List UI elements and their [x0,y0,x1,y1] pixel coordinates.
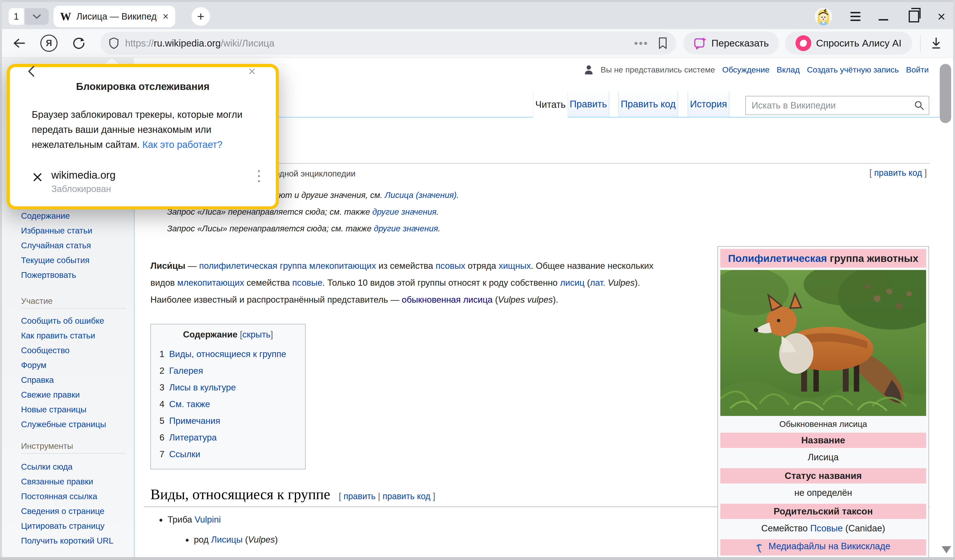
section-edit-links[interactable]: [ править | править код ] [339,491,435,501]
inline-link[interactable]: полифилетическая группа [199,261,307,271]
text-segment: ) [275,535,278,544]
personal-link-contribs[interactable]: Вклад [777,65,800,75]
browser-toolbar: Я https://ru.wikipedia.org/wiki/Лисица •… [0,29,955,58]
toc-link[interactable]: Примечания [169,416,220,426]
sidebar-link[interactable]: Новые страницы [21,402,126,417]
sidebar-link[interactable]: Постоянная ссылка [21,489,126,504]
sidebar-link[interactable]: Текущие события [21,253,100,268]
search-icon[interactable] [914,100,924,111]
inline-link[interactable]: псовые [292,278,322,288]
tab-edit-source[interactable]: Править код [618,91,678,117]
toc-item: 2Галерея [160,362,303,379]
inline-link[interactable]: другие значения [374,224,438,233]
browser-menu-button[interactable] [850,12,861,21]
fox-photo[interactable] [720,270,926,416]
toc-hide-toggle[interactable]: [скрыть] [240,330,273,339]
sidebar-link[interactable]: Избранные статьи [21,223,100,238]
address-bar[interactable]: https://ru.wikipedia.org/wiki/Лисица ••• [100,32,676,55]
inline-link[interactable]: Лисицы [211,535,243,544]
image-caption: Обыкновенная лисица [720,416,926,431]
personal-link-create-account[interactable]: Создать учётную запись [807,65,899,75]
sidebar-link[interactable]: Сообщество [21,343,126,358]
sidebar-link[interactable]: Случайная статья [21,238,100,253]
popup-back-button[interactable] [27,65,36,78]
inline-link[interactable]: Псовые [810,523,843,533]
popup-close-icon[interactable]: × [248,65,256,78]
popup-panel: Блокировка отслеживания × Браузер заблок… [7,64,279,209]
reload-button[interactable] [69,29,88,57]
url-scheme: https:// [125,38,154,48]
sidebar-link[interactable]: Ссылки сюда [21,459,126,474]
bookmark-flag-icon[interactable] [658,37,667,50]
inline-link[interactable]: хищных [498,261,531,271]
sidebar-link[interactable]: Сведения о странице [21,504,126,518]
toc-link[interactable]: Литература [169,433,217,442]
inline-link[interactable]: Как это работает? [142,139,222,150]
tab-close-icon[interactable]: × [163,11,169,22]
inline-link[interactable]: Полифилетическая [728,253,827,264]
wiki-search-input[interactable] [746,100,914,111]
sidebar-link[interactable]: Свежие правки [21,387,126,402]
protect-shield-icon[interactable] [109,37,119,49]
commons-link[interactable]: Медиафайлы на Викискладе [769,541,890,551]
text-segment: Лиси́цы [150,261,185,271]
inline-link[interactable]: псовых [435,261,465,271]
tab-list-dropdown-button[interactable] [25,8,49,25]
sidebar-link[interactable]: Содержание [21,209,100,223]
inline-link[interactable]: обыкновенная лисица [402,295,493,304]
tab-read[interactable]: Читать [533,91,568,118]
retell-ai-button[interactable]: Пересказать [683,32,779,55]
url-more-icon[interactable]: ••• [634,37,648,50]
text-segment: Vulpes [248,535,275,544]
tracker-menu-icon[interactable] [258,170,260,182]
toc-link[interactable]: См. также [169,399,210,409]
browser-tab[interactable]: W Лисица — Википедия × [53,6,175,27]
toc-link[interactable]: Ссылки [169,449,200,459]
tab-edit[interactable]: Править [567,91,609,117]
sidebar-link[interactable]: Пожертвовать [21,268,100,282]
restore-window-button[interactable] [909,11,919,22]
inline-link[interactable]: другие значения [373,207,437,216]
inline-link[interactable]: править [344,491,376,501]
inline-link[interactable]: править код [382,491,430,501]
sidebar-link[interactable]: Форум [21,358,126,373]
back-button[interactable] [9,29,29,57]
ask-alice-button[interactable]: Спросить Алису AI [785,32,912,55]
toc-link[interactable]: Виды, относящиеся к группе [169,349,286,359]
toc-link[interactable]: Лисы в культуре [169,382,236,392]
tab-history[interactable]: История [687,91,730,117]
close-window-button[interactable]: × [937,9,946,23]
inline-link[interactable]: Лисица (значения) [385,190,457,200]
url-text[interactable]: https://ru.wikipedia.org/wiki/Лисица [125,38,634,48]
inline-link[interactable]: Vulpini [194,515,221,524]
sidebar-link[interactable]: Сообщить об ошибке [21,314,126,328]
new-tab-button[interactable]: + [191,7,210,26]
sidebar-link[interactable]: Как править статьи [21,328,126,343]
window-frame-bottom [0,557,955,560]
wikipedia-favicon: W [60,10,71,23]
inline-link[interactable]: млекопитающих [309,261,376,271]
bullet-icon [160,519,162,522]
inline-link[interactable]: лат. [590,278,605,288]
sidebar-link[interactable]: Справка [21,373,126,387]
personal-link-login[interactable]: Войти [906,65,929,75]
scrollbar-thumb[interactable] [940,64,951,123]
sidebar-link[interactable]: Связанные правки [21,474,126,489]
sidebar-link[interactable]: Цитировать страницу [21,518,126,533]
inline-link[interactable]: скрыть [242,330,271,339]
minimize-button[interactable] [878,19,888,20]
tab-counter-button[interactable]: 1 [9,8,24,25]
toc-link[interactable]: Галерея [169,366,203,376]
inline-link[interactable]: лисиц [560,278,585,288]
downloads-button[interactable] [925,29,947,57]
scrollbar-down-arrow[interactable] [942,546,951,553]
edit-source-top-link[interactable]: [ править код ] [869,168,927,178]
inline-link[interactable]: млекопитающих [177,278,244,288]
sidebar-link[interactable]: Получить короткий URL [21,533,126,548]
browser-window: 1 W Лисица — Википедия × + [0,0,955,560]
sidebar-link[interactable]: Служебные страницы [21,417,126,432]
personal-link-talk[interactable]: Обсуждение [722,65,769,75]
yandex-services-button[interactable]: Я [38,29,60,57]
inline-link[interactable]: править код [874,168,922,178]
profile-avatar[interactable] [815,8,832,25]
